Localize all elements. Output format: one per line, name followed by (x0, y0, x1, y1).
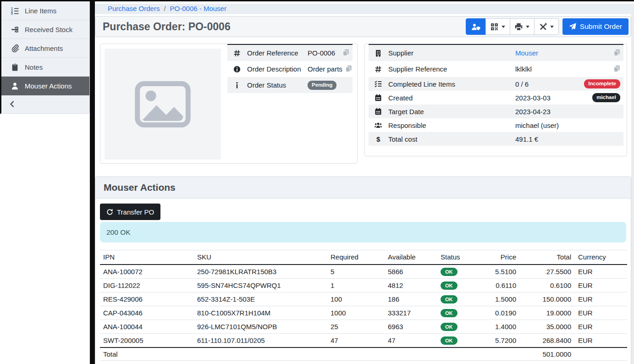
column-header-available: Available (385, 250, 437, 265)
line-item-row: ANA-100044926-LMC7101QM5/NOPB256963OK1.4… (100, 320, 627, 334)
cell-status: OK (437, 334, 485, 348)
sidebar-item-notes[interactable]: Notes (1, 58, 89, 77)
column-header-required: Required (327, 250, 385, 265)
cell-required: 1 (327, 279, 385, 292)
page-header: Purchase Order: PO-0006 Submit Order (95, 16, 631, 37)
cell-price: 5.7200 (485, 334, 520, 348)
info-circle-icon (233, 66, 247, 73)
detail-label: Responsible (388, 121, 515, 129)
total-empty-cell (575, 347, 627, 361)
sidebar-item-line-items[interactable]: 123Line Items (1, 1, 89, 20)
users-icon (375, 121, 388, 129)
cell-available: 47 (385, 334, 437, 348)
submit-order-button[interactable]: Submit Order (562, 18, 628, 35)
copy-icon[interactable] (345, 65, 352, 73)
detail-row-end (611, 49, 620, 57)
sidebar-item-label: Notes (25, 63, 43, 71)
detail-value: 2023-03-03 (515, 94, 592, 102)
detail-label: Supplier (388, 49, 515, 57)
cell-required: 100 (327, 292, 385, 306)
detail-label: Created (388, 94, 515, 102)
order-actions-button[interactable] (534, 18, 559, 35)
detail-value: Order parts (308, 65, 342, 73)
line-items-table-body: ANA-100072250-72981KLRATR150B355866OK5.5… (100, 265, 627, 347)
detail-label: Completed Line Items (388, 80, 515, 88)
cell-total: 268.8400 (520, 334, 575, 348)
header-actions: Submit Order (466, 18, 628, 35)
sign-in-icon (8, 26, 22, 33)
order-image-placeholder[interactable] (105, 49, 221, 160)
cell-required: 47 (327, 334, 385, 348)
printer-icon (515, 23, 523, 31)
cell-ipn: DIG-112022 (100, 279, 194, 292)
cell-sku: 250-72981KLRATR150B3 (194, 265, 327, 279)
cell-ipn: ANA-100044 (100, 320, 194, 334)
top-border (0, 0, 634, 1)
svg-text:$: $ (376, 135, 380, 143)
mouser-actions-body: Transfer PO 200 OK IPNSKURequiredAvailab… (95, 199, 631, 361)
paperclip-icon (8, 44, 22, 52)
copy-icon[interactable] (342, 49, 349, 57)
detail-label: Order Description (247, 65, 308, 73)
breadcrumb-link-current[interactable]: PO-0006 - Mouser (170, 5, 226, 12)
copy-icon[interactable] (613, 65, 620, 73)
cell-ipn: ANA-100072 (100, 265, 194, 279)
detail-label: Order Reference (247, 49, 308, 57)
sidebar-item-mouser-actions[interactable]: Mouser Actions (1, 77, 89, 95)
total-empty-cell (485, 347, 520, 361)
detail-row-end (611, 65, 620, 73)
qrcode-icon (491, 23, 498, 31)
transfer-po-button[interactable]: Transfer PO (100, 204, 160, 220)
detail-value: Mouser (515, 49, 611, 57)
line-item-row: DIG-112022595-SN74HCS74QPWRQ114812OK0.61… (100, 279, 627, 292)
cell-sku: 611-110.107.011/0205 (194, 334, 327, 348)
total-empty-cell (437, 347, 485, 361)
detail-label: Target Date (388, 108, 515, 116)
line-items-table-head: IPNSKURequiredAvailableStatusPriceTotalC… (100, 250, 627, 265)
page-title: Purchase Order: PO-0006 (103, 21, 231, 33)
user-shield-icon (471, 23, 480, 31)
cell-status: OK (437, 265, 485, 279)
scrollbar[interactable] (631, 14, 634, 364)
list-ol-icon: 123 (8, 7, 22, 15)
caret-down-icon (502, 26, 505, 28)
list-check-icon (375, 80, 388, 88)
mouser-actions-title: Mouser Actions (104, 182, 176, 193)
cell-ipn: CAP-043046 (100, 306, 194, 320)
detail-row-total-cost: $Total cost491.1 € (369, 132, 623, 146)
paper-plane-icon (569, 23, 576, 30)
michael-badge: michael (592, 93, 620, 102)
supplier-link[interactable]: Mouser (515, 49, 538, 57)
user-roles-button[interactable] (466, 18, 486, 35)
column-header-currency: Currency (575, 250, 627, 265)
cell-status: OK (437, 320, 485, 334)
breadcrumb-separator: / (164, 5, 165, 12)
mouser-actions-header: Mouser Actions (95, 177, 631, 199)
caret-down-icon (550, 26, 554, 28)
cell-status: OK (437, 279, 485, 292)
barcode-actions-button[interactable] (485, 18, 510, 35)
status-badge: Pending (308, 81, 336, 90)
line-items-table-foot: Total501.0000 (100, 347, 627, 361)
sidebar-item-attachments[interactable]: Attachments (1, 39, 89, 58)
sidebar-collapse-button[interactable] (1, 95, 89, 113)
line-item-row: RES-429006652-3314Z-1-503E100186OK1.5000… (100, 292, 627, 306)
caret-down-icon (526, 26, 529, 28)
cell-total: 150.0000 (520, 292, 575, 306)
cell-available: 4812 (385, 279, 437, 292)
hashtag-icon (233, 50, 247, 57)
detail-row-supplier-reference: Supplier Referencelklklkl (369, 61, 623, 77)
order-details-table: Order ReferencePO-0006Order DescriptionO… (227, 44, 353, 93)
print-actions-button[interactable] (510, 18, 535, 35)
cell-total: 0.6100 (520, 279, 575, 292)
sidebar-gap (90, 0, 95, 364)
sidebar-item-label: Line Items (25, 7, 56, 15)
copy-icon[interactable] (613, 49, 620, 57)
tools-icon (539, 23, 547, 31)
cell-required: 25 (327, 320, 385, 334)
breadcrumb-link-purchase-orders[interactable]: Purchase Orders (108, 5, 160, 12)
cell-sku: 652-3314Z-1-503E (194, 292, 327, 306)
sidebar-item-received-stock[interactable]: Received Stock (1, 20, 89, 39)
cell-sku: 810-C1005X7R1H104M (194, 306, 327, 320)
ok-status-badge: OK (441, 268, 458, 276)
